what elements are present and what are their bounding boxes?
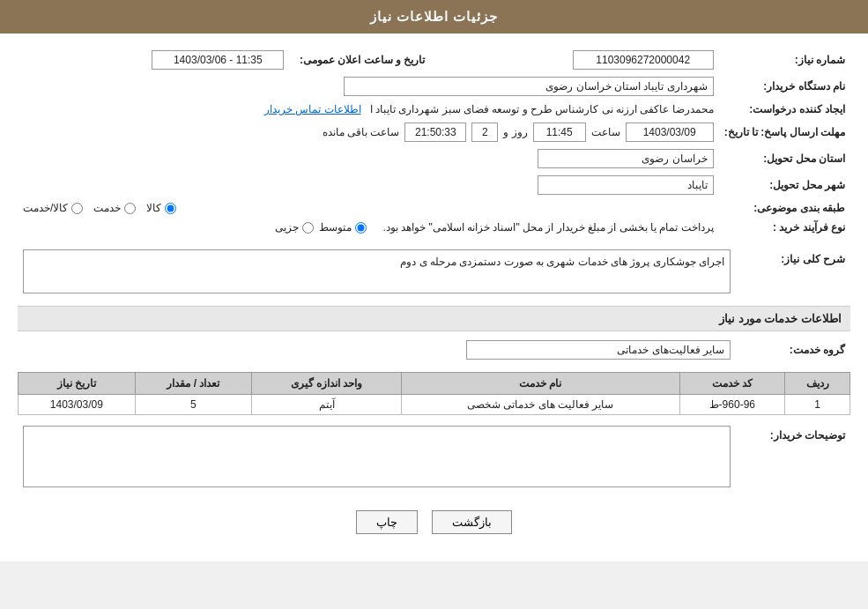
namDastgah-field: شهرداری تایباد استان خراسان رضوی bbox=[344, 77, 714, 96]
col-tedad: تعداد / مقدار bbox=[135, 373, 252, 395]
back-button[interactable]: بازگشت bbox=[432, 510, 512, 534]
row-tarikh-ersal: مهلت ارسال پاسخ: تا تاریخ: 1403/03/09 سا… bbox=[18, 119, 850, 145]
tosifat-label: توضیحات خریدار: bbox=[736, 422, 850, 491]
sharhKolli-box: اجرای جوشکاری پروژ های خدمات شهری به صور… bbox=[23, 249, 731, 293]
ijadKonande-text: محمدرضا عاکفی ارزنه نی کارشناس طرح و توس… bbox=[370, 103, 714, 115]
tabaghebandi-label: طبقه بندی موضوعی: bbox=[719, 198, 850, 218]
section-service-header: اطلاعات خدمات مورد نیاز bbox=[18, 306, 850, 331]
row-grohKhadmat: گروه خدمت: سایر فعالیت‌های خدماتی bbox=[18, 337, 850, 363]
tarikhVaSaat-label: تاریخ و ساعت اعلان عمومی: bbox=[289, 47, 430, 73]
shahrTahvil-field: تایباد bbox=[538, 175, 714, 195]
grohKhadmat-value: سایر فعالیت‌های خدماتی bbox=[18, 337, 736, 363]
row-shahr: شهر محل تحویل: تایباد bbox=[18, 172, 850, 198]
shahrTahvil-label: شهر محل تحویل: bbox=[719, 172, 850, 198]
grohKhadmat-table: گروه خدمت: سایر فعالیت‌های خدماتی bbox=[18, 337, 850, 363]
tarikhErsal-saat: 11:45 bbox=[533, 123, 586, 142]
radio-motavaset[interactable]: متوسط bbox=[319, 221, 367, 234]
print-button[interactable]: چاپ bbox=[356, 510, 418, 534]
cell-name: سایر فعالیت های خدماتی شخصی bbox=[402, 395, 680, 415]
sharhKolli-label: شرح کلی نیاز: bbox=[736, 246, 850, 297]
col-vahed: واحد اندازه گیری bbox=[252, 373, 402, 395]
cell-vahed: آیتم bbox=[252, 395, 402, 415]
ijadKonande-value: محمدرضا عاکفی ارزنه نی کارشناس طرح و توس… bbox=[18, 100, 719, 119]
tosifat-table: توضیحات خریدار: bbox=[18, 422, 850, 491]
footer-buttons: بازگشت چاپ bbox=[18, 500, 850, 548]
tosifat-value bbox=[18, 422, 736, 491]
noeFarayand-notice: پرداخت تمام یا بخشی از مبلغ خریدار از مح… bbox=[382, 221, 713, 234]
noeFarayand-label: نوع فرآیند خرید : bbox=[719, 218, 850, 237]
tarikhErsal-roz: 2 bbox=[471, 123, 498, 142]
page-header: جزئیات اطلاعات نیاز bbox=[0, 0, 868, 33]
tabaghebandi-options: کالا/خدمت خدمت کالا bbox=[18, 198, 719, 218]
baqi-label: ساعت باقی مانده bbox=[323, 126, 400, 138]
row-ijadKonande: ایجاد کننده درخواست: محمدرضا عاکفی ارزنه… bbox=[18, 100, 850, 119]
service-table-header: ردیف کد خدمت نام خدمت واحد اندازه گیری ت… bbox=[19, 373, 850, 395]
row-tabaghebandi: طبقه بندی موضوعی: کالا/خدمت خدمت bbox=[18, 198, 850, 218]
cell-tedad: 5 bbox=[135, 395, 252, 415]
row-noeFarayand: نوع فرآیند خرید : پرداخت تمام یا بخشی از… bbox=[18, 218, 850, 237]
ostanTahvil-field: خراسان رضوی bbox=[538, 149, 714, 168]
radio-khadmat[interactable]: خدمت bbox=[93, 202, 136, 214]
row-namDastgah: نام دستگاه خریدار: شهرداری تایباد استان … bbox=[18, 73, 850, 100]
namDastgah-label: نام دستگاه خریدار: bbox=[719, 73, 850, 100]
grohKhadmat-field: سایر فعالیت‌های خدماتی bbox=[466, 340, 731, 360]
cell-tarikh: 1403/03/09 bbox=[19, 395, 136, 415]
tarikhErsal-label: مهلت ارسال پاسخ: تا تاریخ: bbox=[719, 119, 850, 145]
shahrTahvil-value: تایباد bbox=[18, 172, 719, 198]
sharhKolli-table: شرح کلی نیاز: اجرای جوشکاری پروژ های خدم… bbox=[18, 246, 850, 297]
table-row: 1 960-96-ط سایر فعالیت های خدماتی شخصی آ… bbox=[19, 395, 850, 415]
main-form-table: شماره نیاز: 1103096272000042 تاریخ و ساع… bbox=[18, 47, 850, 237]
tosifat-box bbox=[23, 426, 731, 487]
saat-label: ساعت bbox=[591, 126, 620, 138]
row-ostan: استان محل تحویل: خراسان رضوی bbox=[18, 145, 850, 172]
col-name: نام خدمت bbox=[402, 373, 680, 395]
row-tosifat: توضیحات خریدار: bbox=[18, 422, 850, 491]
col-radif: ردیف bbox=[785, 373, 850, 395]
col-tarikh: تاریخ نیاز bbox=[19, 373, 136, 395]
shomareNiaz-value: 1103096272000042 bbox=[430, 47, 718, 73]
page-title: جزئیات اطلاعات نیاز bbox=[370, 9, 498, 24]
content-area: شماره نیاز: 1103096272000042 تاریخ و ساع… bbox=[0, 33, 868, 561]
grohKhadmat-label: گروه خدمت: bbox=[736, 337, 850, 363]
row-sharhKolli: شرح کلی نیاز: اجرای جوشکاری پروژ های خدم… bbox=[18, 246, 850, 297]
ijadKonande-label: ایجاد کننده درخواست: bbox=[719, 100, 850, 119]
sharhKolli-value: اجرای جوشکاری پروژ های خدمات شهری به صور… bbox=[18, 246, 736, 297]
radio-kala[interactable]: کالا bbox=[146, 202, 176, 214]
noeFarayand-value: پرداخت تمام یا بخشی از مبلغ خریدار از مح… bbox=[18, 218, 719, 237]
cell-radif: 1 bbox=[785, 395, 850, 415]
tarikhErsal-date: 1403/03/09 bbox=[626, 123, 714, 142]
tarikhVaSaat-field: 1403/03/06 - 11:35 bbox=[152, 50, 284, 70]
radio-jozii[interactable]: جزیی bbox=[275, 221, 314, 234]
tarikhVaSaat-value: 1403/03/06 - 11:35 bbox=[18, 47, 289, 73]
ijadKonande-link[interactable]: اطلاعات تماس خریدار bbox=[264, 103, 361, 115]
service-table: ردیف کد خدمت نام خدمت واحد اندازه گیری ت… bbox=[18, 372, 850, 415]
shomareNiaz-field: 1103096272000042 bbox=[573, 50, 714, 70]
namDastgah-value: شهرداری تایباد استان خراسان رضوی bbox=[18, 73, 719, 100]
tarikhErsal-fields: 1403/03/09 ساعت 11:45 روز و 2 21:50:33 س… bbox=[18, 119, 719, 145]
ostanTahvil-label: استان محل تحویل: bbox=[719, 145, 850, 172]
roz-label: روز و bbox=[503, 126, 527, 138]
cell-kod: 960-96-ط bbox=[679, 395, 784, 415]
radio-kala-khadmat[interactable]: کالا/خدمت bbox=[23, 202, 83, 214]
shomareNiaz-label: شماره نیاز: bbox=[719, 47, 850, 73]
col-kod: کد خدمت bbox=[679, 373, 784, 395]
ostanTahvil-value: خراسان رضوی bbox=[18, 145, 719, 172]
row-shomareNiaz: شماره نیاز: 1103096272000042 تاریخ و ساع… bbox=[18, 47, 850, 73]
tarikhErsal-baqi: 21:50:33 bbox=[404, 123, 466, 142]
sharhKolli-text: اجرای جوشکاری پروژ های خدمات شهری به صور… bbox=[400, 256, 724, 268]
page-wrapper: جزئیات اطلاعات نیاز شماره نیاز: 11030962… bbox=[0, 0, 868, 561]
